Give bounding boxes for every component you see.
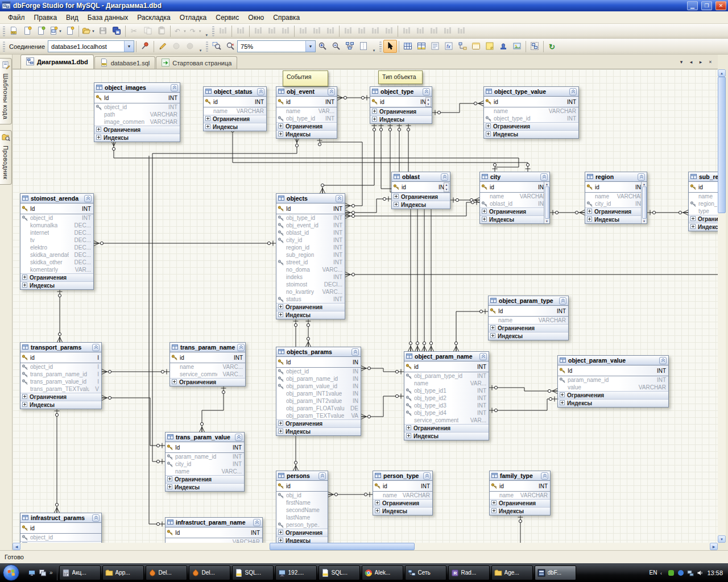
column-row[interactable]: service_commentVAR... bbox=[404, 417, 489, 424]
entity-object_status[interactable]: object_statusidINTnameVARCHARОграничения… bbox=[203, 86, 267, 131]
expand-icon[interactable] bbox=[491, 500, 497, 506]
column-row[interactable]: name bbox=[689, 193, 718, 200]
column-row[interactable]: no_kvartiryVARC... bbox=[276, 288, 345, 296]
diagram-map-button[interactable] bbox=[343, 40, 357, 53]
expand-icon[interactable] bbox=[491, 508, 497, 514]
column-row[interactable]: idINT bbox=[373, 481, 432, 492]
container-button[interactable] bbox=[469, 40, 483, 53]
menu-item-файл[interactable]: Файл bbox=[3, 12, 30, 23]
expand-icon[interactable] bbox=[587, 217, 592, 223]
scroll-menu-button[interactable]: ▾ bbox=[677, 58, 685, 66]
column-row[interactable]: city_idINT bbox=[585, 200, 647, 207]
menu-item-окно[interactable]: Окно bbox=[243, 12, 268, 23]
task-button-сеть[interactable]: Сеть bbox=[405, 566, 446, 580]
relation-line[interactable] bbox=[202, 385, 224, 432]
column-row[interactable]: nameVARCHAR bbox=[489, 317, 568, 324]
entity-city[interactable]: cityidINTnameVARCHARoblast_idINTОграниче… bbox=[479, 172, 550, 224]
green-app-icon[interactable] bbox=[668, 569, 675, 576]
menu-item-справка[interactable]: Справка bbox=[268, 12, 304, 23]
expand-icon[interactable] bbox=[560, 392, 565, 398]
expand-icon[interactable] bbox=[205, 116, 210, 122]
desktop-icon[interactable] bbox=[28, 569, 36, 577]
column-row[interactable]: statusINT bbox=[276, 296, 345, 303]
section-constraints[interactable]: Ограничения bbox=[276, 303, 345, 311]
section-indexes[interactable]: Индексы bbox=[585, 215, 647, 223]
expand-icon[interactable] bbox=[96, 135, 101, 141]
entity-object_param_value[interactable]: object_param_valueIdINTparam_name_idINTv… bbox=[557, 355, 669, 408]
relation-line[interactable] bbox=[489, 388, 557, 391]
page-setup-button[interactable] bbox=[357, 40, 370, 53]
expand-icon[interactable] bbox=[278, 304, 283, 310]
collapse-icon[interactable] bbox=[351, 348, 359, 356]
column-row[interactable]: obj_type_id2INT bbox=[404, 394, 489, 402]
menu-item-вид[interactable]: Вид bbox=[61, 12, 83, 23]
table-alt-button[interactable] bbox=[415, 40, 428, 53]
entity-object_type_value[interactable]: object_type_valueidINTnameVARCHARobject_… bbox=[483, 86, 579, 139]
language-indicator[interactable]: EN bbox=[650, 569, 657, 576]
section-constraints[interactable]: Ограничения bbox=[20, 273, 93, 281]
expand-icon[interactable] bbox=[406, 433, 411, 439]
expand-icon[interactable] bbox=[96, 127, 101, 133]
section-constraints[interactable]: Ограничения bbox=[689, 215, 718, 223]
column-row[interactable]: sub_regionINT bbox=[276, 251, 345, 259]
entity-header[interactable]: object_param_type bbox=[489, 296, 568, 306]
column-row[interactable]: nameVAR... bbox=[404, 380, 489, 387]
column-row[interactable]: firstName bbox=[276, 499, 328, 506]
next-button[interactable]: ▸ bbox=[697, 58, 705, 66]
relation-line[interactable] bbox=[408, 123, 431, 351]
collapse-icon[interactable] bbox=[336, 195, 343, 202]
expand-icon[interactable] bbox=[490, 325, 495, 331]
relation-line[interactable] bbox=[390, 123, 417, 351]
zoom-combo[interactable]: 75%▼ bbox=[237, 40, 316, 52]
entity-family_type[interactable]: family_typeidINTnameVARCHARОграниченияИн… bbox=[489, 471, 551, 516]
column-row[interactable]: object_idINT bbox=[20, 214, 93, 222]
close-button[interactable]: ✕ bbox=[715, 1, 726, 10]
vertical-scrollbar[interactable]: ▲ ▼ bbox=[718, 69, 726, 543]
column-row[interactable]: object_idINT bbox=[94, 103, 180, 111]
column-row[interactable]: trans_param_TEXTvalueV bbox=[20, 385, 101, 393]
section-constraints[interactable]: Ограничения bbox=[480, 207, 549, 215]
func-button[interactable]: fx bbox=[442, 40, 456, 53]
expand-icon[interactable] bbox=[394, 202, 399, 208]
section-constraints[interactable]: Ограничения bbox=[94, 126, 180, 134]
column-row[interactable]: VARCHAR bbox=[166, 538, 262, 543]
column-row[interactable]: tvDEC... bbox=[20, 236, 93, 244]
horizontal-scroll-track[interactable] bbox=[20, 543, 710, 550]
column-row[interactable]: nameVARCHAR bbox=[480, 193, 549, 200]
column-row[interactable]: idINT bbox=[490, 481, 550, 492]
menu-item-правка[interactable]: Правка bbox=[30, 12, 62, 23]
section-indexes[interactable]: Индексы bbox=[166, 483, 244, 491]
entity-header[interactable]: object_param_name bbox=[404, 352, 489, 361]
section-constraints[interactable]: Ограничения bbox=[373, 499, 432, 507]
expand-icon[interactable] bbox=[22, 394, 27, 400]
column-row[interactable]: IdINT bbox=[166, 442, 244, 453]
expand-icon[interactable] bbox=[394, 194, 399, 200]
section-constraints[interactable]: Ограничения bbox=[20, 393, 101, 401]
section-constraints[interactable]: Ограничения bbox=[170, 378, 245, 386]
entity-object_type[interactable]: object_typeidINTОграниченияИндексы▲▼ bbox=[370, 86, 432, 124]
collapse-icon[interactable] bbox=[659, 357, 667, 364]
image-button[interactable] bbox=[510, 40, 524, 53]
collapse-icon[interactable] bbox=[638, 173, 645, 181]
column-row[interactable]: idINT bbox=[585, 182, 647, 193]
entity-oblast[interactable]: oblastidINTОграниченияИндексы▲▼ bbox=[391, 172, 450, 209]
expand-icon[interactable] bbox=[587, 209, 592, 215]
task-button-del[interactable]: Del... bbox=[146, 566, 187, 580]
note-button[interactable] bbox=[483, 40, 497, 53]
column-row[interactable]: nameVARCHAR bbox=[373, 492, 432, 499]
column-row[interactable]: lastName bbox=[276, 514, 328, 521]
entity-header[interactable]: city bbox=[480, 172, 549, 182]
entity-scrollbar[interactable]: ▲▼ bbox=[641, 182, 647, 223]
entity-object_images[interactable]: object_imagesIdINTobject_idINTpathVARCHA… bbox=[94, 82, 180, 142]
sidebar-tab-explorer[interactable]: Проводник bbox=[0, 130, 12, 185]
pencil-button[interactable] bbox=[156, 40, 169, 53]
network-tray-icon[interactable] bbox=[687, 569, 694, 576]
column-row[interactable]: obj_type_id4INT bbox=[404, 409, 489, 417]
relation-button[interactable] bbox=[456, 40, 469, 53]
column-row[interactable]: param_name_idINT bbox=[166, 453, 244, 460]
menu-item-сервис[interactable]: Сервис bbox=[211, 12, 243, 23]
chevron-down-icon[interactable]: ▼ bbox=[124, 41, 134, 52]
scroll-up-button[interactable]: ▲ bbox=[718, 69, 726, 77]
column-row[interactable]: id bbox=[689, 182, 718, 193]
entity-persons[interactable]: personsidobj_idfirstNamesecondNamelastNa… bbox=[276, 471, 328, 543]
